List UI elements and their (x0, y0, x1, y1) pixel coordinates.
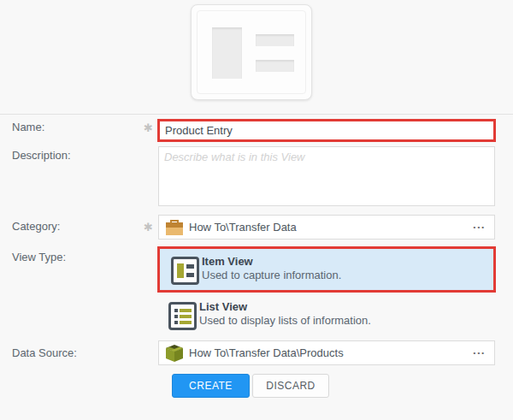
thumbnail-vertical-block (212, 27, 242, 79)
header-divider (0, 114, 513, 115)
category-required-asterisk: ✱ (144, 221, 153, 234)
data-source-field[interactable]: How To\Transfer Data\Products ••• (158, 340, 495, 365)
description-textarea[interactable] (158, 146, 495, 206)
item-view-icon (171, 257, 199, 285)
category-label: Category: (12, 220, 60, 233)
name-input[interactable] (157, 119, 496, 142)
list-view-icon (168, 302, 197, 330)
data-source-browse-button[interactable]: ••• (472, 348, 487, 358)
thumbnail-bar-1 (256, 34, 294, 46)
category-folder-icon (166, 220, 183, 235)
item-view-title: Item View (202, 255, 253, 268)
data-source-label: Data Source: (12, 346, 77, 359)
data-source-cube-icon (166, 345, 183, 362)
category-value: How To\Transfer Data (189, 221, 466, 234)
list-view-title: List View (199, 300, 247, 313)
view-type-label: View Type: (12, 251, 66, 263)
name-required-asterisk: ✱ (144, 121, 153, 134)
category-browse-button[interactable]: ••• (472, 222, 487, 233)
thumbnail-bar-2 (256, 60, 294, 72)
view-type-thumbnail (191, 4, 312, 100)
list-view-description: Used to display lists of information. (199, 314, 371, 327)
name-label: Name: (12, 121, 44, 133)
create-view-dialog: Name: ✱ Description: Category: ✱ How To\… (0, 0, 513, 420)
data-source-value: How To\Transfer Data\Products (189, 346, 466, 359)
discard-button[interactable]: DISCARD (252, 374, 329, 398)
view-type-option-item-view[interactable]: Item View Used to capture information. (157, 246, 496, 293)
view-type-option-list-view[interactable]: List View Used to display lists of infor… (157, 297, 496, 334)
create-button[interactable]: CREATE (172, 374, 250, 398)
category-field[interactable]: How To\Transfer Data ••• (158, 215, 495, 240)
description-label: Description: (12, 149, 71, 162)
item-view-description: Used to capture information. (202, 269, 341, 281)
